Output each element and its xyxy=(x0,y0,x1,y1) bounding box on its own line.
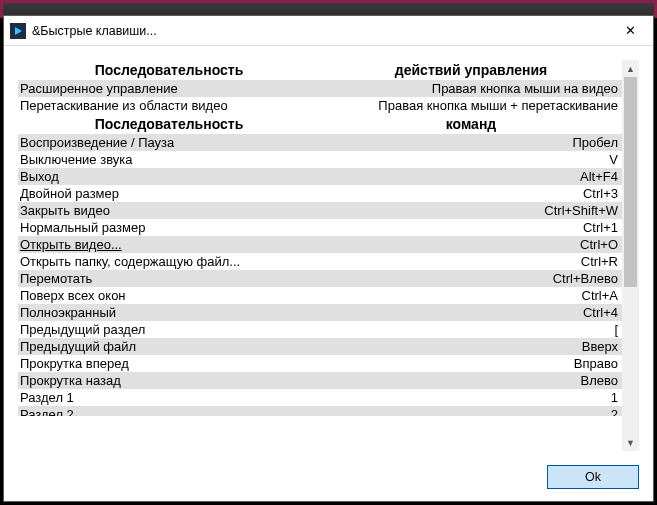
section-header: Последовательностькоманд xyxy=(18,114,622,134)
table-row[interactable]: ПеремотатьCtrl+Влево xyxy=(18,270,622,287)
row-shortcut: [ xyxy=(320,321,622,338)
row-action: Поверх всех окон xyxy=(18,287,320,304)
table-row[interactable]: Закрыть видеоCtrl+Shift+W xyxy=(18,202,622,219)
row-action: Прокрутка назад xyxy=(18,372,320,389)
close-icon: ✕ xyxy=(625,23,636,38)
row-shortcut: Ctrl+4 xyxy=(320,304,622,321)
table-row[interactable]: Поверх всех оконCtrl+A xyxy=(18,287,622,304)
table-row[interactable]: Раздел 11 xyxy=(18,389,622,406)
table-row[interactable]: Выключение звукаV xyxy=(18,151,622,168)
row-shortcut: Вправо xyxy=(320,355,622,372)
table-row[interactable]: Прокрутка назадВлево xyxy=(18,372,622,389)
row-action: Полноэкранный xyxy=(18,304,320,321)
row-shortcut: Вверх xyxy=(320,338,622,355)
section-header: Последовательностьдействий управления xyxy=(18,60,622,80)
table-row[interactable]: Предыдущий раздел[ xyxy=(18,321,622,338)
row-action: Раздел 1 xyxy=(18,389,320,406)
vertical-scrollbar[interactable]: ▲ ▼ xyxy=(622,60,639,451)
table-row[interactable]: Открыть видео...Ctrl+O xyxy=(18,236,622,253)
scroll-up-arrow[interactable]: ▲ xyxy=(622,60,639,77)
row-shortcut: Пробел xyxy=(320,134,622,151)
row-action: Закрыть видео xyxy=(18,202,320,219)
row-action: Предыдущий раздел xyxy=(18,321,320,338)
table-row[interactable]: Перетаскивание из области видеоПравая кн… xyxy=(18,97,622,114)
table-row[interactable]: Расширенное управлениеПравая кнопка мыши… xyxy=(18,80,622,97)
row-shortcut: 1 xyxy=(320,389,622,406)
row-shortcut: Ctrl+A xyxy=(320,287,622,304)
row-action: Раздел 2 xyxy=(18,406,320,416)
row-shortcut: 2 xyxy=(320,406,622,416)
row-shortcut: Ctrl+3 xyxy=(320,185,622,202)
ok-button-label: Ok xyxy=(585,470,601,484)
table-row[interactable]: Нормальный размерCtrl+1 xyxy=(18,219,622,236)
hotkeys-dialog: &Быстрые клавиши... ✕ Последовательность… xyxy=(3,15,654,502)
table-row[interactable]: Открыть папку, содержащую файл...Ctrl+R xyxy=(18,253,622,270)
header-left: Последовательность xyxy=(18,114,320,134)
row-action: Расширенное управление xyxy=(18,80,320,97)
row-shortcut: Ctrl+Shift+W xyxy=(320,202,622,219)
dialog-content: Последовательностьдействий управленияРас… xyxy=(4,46,653,461)
row-action: Перемотать xyxy=(18,270,320,287)
row-shortcut: Влево xyxy=(320,372,622,389)
row-action: Открыть видео... xyxy=(18,236,320,253)
row-action: Выключение звука xyxy=(18,151,320,168)
table-row[interactable]: Раздел 22 xyxy=(18,406,622,416)
row-action: Двойной размер xyxy=(18,185,320,202)
row-action: Нормальный размер xyxy=(18,219,320,236)
row-action: Прокрутка вперед xyxy=(18,355,320,372)
row-shortcut: Ctrl+Влево xyxy=(320,270,622,287)
scroll-thumb[interactable] xyxy=(624,77,637,287)
table-row[interactable]: Прокрутка впередВправо xyxy=(18,355,622,372)
row-shortcut: Правая кнопка мыши + перетаскивание xyxy=(320,97,622,114)
table-row[interactable]: Двойной размерCtrl+3 xyxy=(18,185,622,202)
ok-button[interactable]: Ok xyxy=(547,465,639,489)
table-row[interactable]: Воспроизведение / ПаузаПробел xyxy=(18,134,622,151)
dialog-footer: Ok xyxy=(4,461,653,501)
row-action: Воспроизведение / Пауза xyxy=(18,134,320,151)
row-shortcut: Ctrl+O xyxy=(320,236,622,253)
row-shortcut: Ctrl+R xyxy=(320,253,622,270)
row-shortcut: Правая кнопка мыши на видео xyxy=(320,80,622,97)
hotkey-table: Последовательностьдействий управленияРас… xyxy=(18,60,639,451)
row-action: Перетаскивание из области видео xyxy=(18,97,320,114)
titlebar: &Быстрые клавиши... ✕ xyxy=(4,16,653,46)
table-row[interactable]: ПолноэкранныйCtrl+4 xyxy=(18,304,622,321)
header-right: команд xyxy=(320,114,622,134)
table-row[interactable]: ВыходAlt+F4 xyxy=(18,168,622,185)
close-button[interactable]: ✕ xyxy=(608,16,653,46)
row-shortcut: Ctrl+1 xyxy=(320,219,622,236)
table-row[interactable]: Предыдущий файлВверх xyxy=(18,338,622,355)
row-action: Предыдущий файл xyxy=(18,338,320,355)
row-shortcut: Alt+F4 xyxy=(320,168,622,185)
row-action: Выход xyxy=(18,168,320,185)
app-play-icon xyxy=(10,23,26,39)
row-action: Открыть папку, содержащую файл... xyxy=(18,253,320,270)
row-shortcut: V xyxy=(320,151,622,168)
header-left: Последовательность xyxy=(18,60,320,80)
table-body: Последовательностьдействий управленияРас… xyxy=(18,60,622,451)
scroll-down-arrow[interactable]: ▼ xyxy=(622,434,639,451)
header-right: действий управления xyxy=(320,60,622,80)
window-title: &Быстрые клавиши... xyxy=(32,24,608,38)
